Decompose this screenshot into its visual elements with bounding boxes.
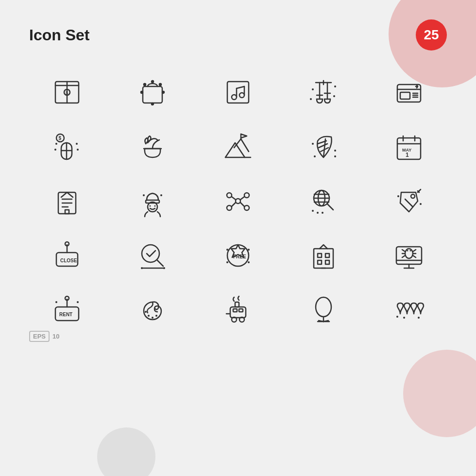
footer: EPS 10 bbox=[29, 331, 59, 342]
svg-rect-146 bbox=[233, 309, 237, 312]
header: Icon Set 25 bbox=[29, 19, 447, 51]
svg-point-131 bbox=[410, 250, 411, 252]
bg-decoration-bottom-right bbox=[403, 350, 476, 437]
svg-point-106 bbox=[163, 267, 165, 269]
svg-point-109 bbox=[226, 249, 228, 251]
svg-point-102 bbox=[142, 245, 159, 262]
svg-line-79 bbox=[232, 197, 236, 200]
bag-icon[interactable] bbox=[115, 70, 190, 115]
svg-point-55 bbox=[314, 155, 316, 157]
search-check-icon[interactable] bbox=[115, 233, 190, 278]
dollar-mouse-icon[interactable]: $ bbox=[29, 124, 105, 169]
bug-monitor-icon[interactable] bbox=[371, 233, 447, 278]
svg-point-105 bbox=[141, 267, 143, 269]
svg-line-93 bbox=[405, 199, 413, 207]
svg-point-11 bbox=[162, 91, 164, 93]
svg-point-91 bbox=[322, 212, 323, 214]
svg-point-156 bbox=[418, 317, 420, 319]
svg-point-77 bbox=[227, 205, 232, 210]
svg-rect-113 bbox=[314, 249, 333, 268]
count-badge: 25 bbox=[416, 19, 447, 51]
mountain-flag-icon[interactable] bbox=[200, 124, 276, 169]
svg-point-53 bbox=[312, 143, 314, 145]
svg-point-75 bbox=[227, 193, 232, 198]
svg-point-123 bbox=[405, 249, 413, 258]
svg-point-28 bbox=[312, 88, 314, 90]
svg-rect-114 bbox=[318, 254, 322, 257]
bg-decoration-bottom-left bbox=[97, 427, 155, 476]
free-badge-icon[interactable]: FREE bbox=[200, 233, 276, 278]
svg-point-112 bbox=[248, 261, 250, 263]
chef-icon[interactable] bbox=[115, 179, 190, 223]
svg-text:$: $ bbox=[59, 136, 62, 141]
svg-line-17 bbox=[237, 86, 244, 88]
rent-sign-icon[interactable]: RENT bbox=[29, 288, 105, 332]
svg-line-124 bbox=[402, 250, 405, 252]
home-document-icon[interactable] bbox=[29, 179, 105, 223]
page-title: Icon Set bbox=[29, 26, 89, 44]
svg-rect-12 bbox=[227, 82, 249, 103]
svg-line-81 bbox=[232, 203, 236, 206]
svg-point-30 bbox=[310, 98, 312, 100]
svg-line-80 bbox=[240, 197, 244, 200]
music-note-icon[interactable] bbox=[200, 70, 276, 115]
svg-point-14 bbox=[239, 93, 244, 98]
svg-point-73 bbox=[160, 194, 162, 196]
svg-rect-67 bbox=[65, 210, 69, 214]
eps-label: EPS bbox=[29, 331, 50, 342]
svg-point-72 bbox=[143, 194, 145, 196]
svg-point-92 bbox=[411, 194, 415, 198]
mirror-icon[interactable] bbox=[286, 288, 361, 332]
svg-point-76 bbox=[244, 193, 249, 198]
svg-text:FREE: FREE bbox=[233, 254, 246, 259]
svg-point-54 bbox=[334, 150, 336, 152]
svg-rect-142 bbox=[230, 307, 246, 318]
svg-point-89 bbox=[312, 210, 314, 212]
svg-point-43 bbox=[76, 143, 78, 145]
pretzel-icon[interactable] bbox=[115, 288, 190, 332]
building-icon[interactable] bbox=[286, 233, 361, 278]
svg-rect-33 bbox=[400, 92, 410, 99]
svg-point-154 bbox=[396, 316, 398, 318]
svg-point-7 bbox=[159, 84, 161, 85]
icon-grid: $ bbox=[29, 70, 447, 332]
svg-point-29 bbox=[333, 95, 335, 97]
svg-point-110 bbox=[248, 249, 250, 251]
svg-rect-145 bbox=[235, 302, 239, 307]
svg-point-8 bbox=[152, 81, 153, 83]
search-globe-icon[interactable] bbox=[286, 179, 361, 223]
svg-line-103 bbox=[157, 260, 163, 266]
svg-point-155 bbox=[403, 317, 405, 319]
svg-point-130 bbox=[407, 250, 408, 252]
svg-line-88 bbox=[327, 204, 333, 210]
svg-line-128 bbox=[402, 255, 405, 257]
water-drops-icon[interactable] bbox=[371, 288, 447, 332]
svg-point-137 bbox=[77, 301, 79, 303]
svg-point-6 bbox=[144, 84, 146, 85]
svg-text:$: $ bbox=[66, 90, 68, 95]
svg-point-42 bbox=[55, 143, 57, 145]
svg-point-97 bbox=[420, 203, 422, 205]
svg-point-135 bbox=[65, 296, 69, 300]
finance-book-icon[interactable]: $ bbox=[29, 70, 105, 115]
train-icon[interactable] bbox=[200, 288, 276, 332]
network-icon[interactable] bbox=[200, 179, 276, 223]
svg-rect-115 bbox=[325, 254, 329, 257]
svg-point-27 bbox=[334, 85, 336, 87]
svg-point-96 bbox=[397, 195, 399, 197]
svg-point-101 bbox=[65, 242, 69, 246]
feather-icon[interactable] bbox=[286, 124, 361, 169]
svg-point-136 bbox=[55, 301, 57, 303]
svg-line-51 bbox=[319, 144, 327, 148]
close-sign-icon[interactable]: CLOSE bbox=[29, 233, 105, 278]
svg-text:RENT: RENT bbox=[59, 312, 72, 317]
mortar-pestle-icon[interactable] bbox=[115, 124, 190, 169]
svg-point-140 bbox=[155, 315, 157, 317]
calendar-may-icon[interactable]: MAY 1 bbox=[371, 124, 447, 169]
svg-point-10 bbox=[141, 91, 143, 93]
svg-point-45 bbox=[77, 149, 79, 151]
window-ui-icon[interactable] bbox=[371, 70, 447, 115]
svg-line-129 bbox=[413, 255, 416, 257]
price-tag-icon[interactable] bbox=[371, 179, 447, 223]
test-tubes-icon[interactable] bbox=[286, 70, 361, 115]
